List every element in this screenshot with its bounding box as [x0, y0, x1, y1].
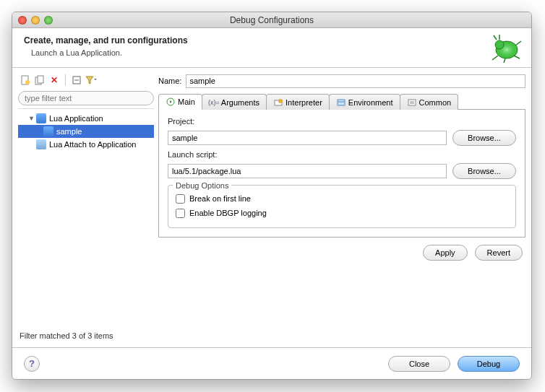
- config-tree: ▼ Lua Application sample Lua Attach to A…: [18, 108, 154, 328]
- browse-script-button[interactable]: Browse...: [452, 163, 516, 179]
- duplicate-config-icon[interactable]: [34, 74, 46, 86]
- lua-attach-icon: [35, 139, 47, 150]
- svg-line-5: [492, 56, 498, 60]
- break-first-line-checkbox[interactable]: [176, 194, 185, 204]
- svg-line-6: [504, 58, 505, 63]
- apply-revert-row: Apply Revert: [158, 245, 525, 261]
- dialog-body: ✕ ▼ Lua Application sample: [12, 68, 531, 347]
- tree-label: sample: [56, 127, 82, 136]
- titlebar: Debug Configurations: [12, 12, 531, 28]
- tab-label: Main: [178, 97, 195, 106]
- script-input[interactable]: [168, 164, 447, 178]
- close-button[interactable]: Close: [388, 356, 450, 372]
- tab-arguments[interactable]: (x)= Arguments: [202, 94, 267, 110]
- tabbar: Main (x)= Arguments Interpreter Environm…: [158, 92, 525, 110]
- dbgp-logging-label: Enable DBGP logging: [189, 209, 267, 217]
- svg-point-17: [278, 99, 283, 103]
- svg-rect-18: [338, 100, 345, 105]
- tree-item-lua-attach[interactable]: Lua Attach to Application: [18, 138, 154, 151]
- twisty-icon[interactable]: ▼: [28, 115, 35, 122]
- svg-rect-20: [408, 100, 416, 105]
- lua-app-icon: [43, 126, 54, 137]
- filter-dropdown-icon[interactable]: [85, 74, 97, 86]
- dbgp-logging-checkbox[interactable]: [176, 209, 185, 218]
- toolbar-separator: [65, 74, 66, 86]
- arguments-icon: (x)=: [209, 97, 219, 108]
- config-toolbar: ✕: [18, 72, 154, 88]
- new-config-icon[interactable]: [20, 74, 31, 86]
- interpreter-icon: [273, 97, 283, 108]
- tab-content-main: Project: Browse... Launch script: Browse…: [158, 110, 525, 238]
- browse-project-button[interactable]: Browse...: [452, 130, 516, 146]
- tree-item-sample[interactable]: sample: [18, 125, 154, 138]
- break-first-line-row: Break on first line: [176, 191, 508, 206]
- name-label: Name:: [158, 77, 181, 85]
- right-panel: Name: Main (x)= Arguments Interpreter: [158, 72, 525, 346]
- bug-icon: [488, 34, 523, 64]
- filter-status: Filter matched 3 of 3 items: [18, 328, 154, 346]
- tab-common[interactable]: Common: [400, 94, 459, 110]
- window-title: Debug Configurations: [12, 15, 531, 25]
- svg-line-8: [515, 41, 521, 45]
- tree-label: Lua Application: [49, 114, 103, 123]
- run-icon: [166, 97, 176, 107]
- dialog-header: Create, manage, and run configurations L…: [12, 28, 531, 68]
- tree-item-lua-application[interactable]: ▼ Lua Application: [18, 112, 154, 125]
- tab-label: Environment: [348, 98, 393, 107]
- collapse-all-icon[interactable]: [71, 74, 82, 86]
- dialog-footer: ? Close Debug: [12, 347, 531, 379]
- debug-options-fieldset: Debug Options Break on first line Enable…: [168, 185, 516, 228]
- script-row: Browse...: [168, 163, 516, 179]
- tab-main[interactable]: Main: [158, 94, 202, 110]
- header-subtitle: Launch a Lua Application.: [31, 48, 520, 57]
- tab-environment[interactable]: Environment: [329, 94, 400, 110]
- name-input[interactable]: [186, 74, 525, 88]
- break-first-line-label: Break on first line: [189, 194, 251, 203]
- delete-config-icon[interactable]: ✕: [48, 74, 60, 86]
- svg-rect-12: [38, 76, 43, 83]
- help-button[interactable]: ?: [24, 356, 40, 372]
- filter-input[interactable]: [18, 91, 154, 105]
- apply-button[interactable]: Apply: [423, 245, 468, 261]
- debug-options-legend: Debug Options: [173, 181, 231, 190]
- project-label: Project:: [168, 117, 516, 126]
- debug-button[interactable]: Debug: [458, 356, 520, 372]
- project-row: Browse...: [168, 130, 516, 146]
- tab-interpreter[interactable]: Interpreter: [266, 94, 330, 110]
- tab-label: Common: [419, 98, 452, 107]
- project-input[interactable]: [168, 131, 447, 145]
- tab-label: Interpreter: [286, 98, 322, 107]
- environment-icon: [336, 97, 346, 108]
- name-row: Name:: [158, 72, 525, 90]
- left-panel: ✕ ▼ Lua Application sample: [18, 72, 154, 346]
- script-label: Launch script:: [168, 150, 516, 159]
- svg-point-10: [25, 80, 30, 84]
- tab-label: Arguments: [221, 98, 259, 107]
- dialog-window: Debug Configurations Create, manage, and…: [12, 12, 532, 380]
- svg-point-2: [495, 40, 504, 49]
- svg-line-3: [494, 35, 497, 40]
- svg-line-7: [514, 56, 520, 58]
- revert-button[interactable]: Revert: [475, 245, 523, 261]
- header-title: Create, manage, and run configurations: [24, 35, 520, 45]
- tree-label: Lua Attach to Application: [49, 140, 136, 149]
- lua-app-icon: [35, 113, 47, 124]
- common-icon: [407, 97, 417, 108]
- dbgp-logging-row: Enable DBGP logging: [176, 206, 508, 220]
